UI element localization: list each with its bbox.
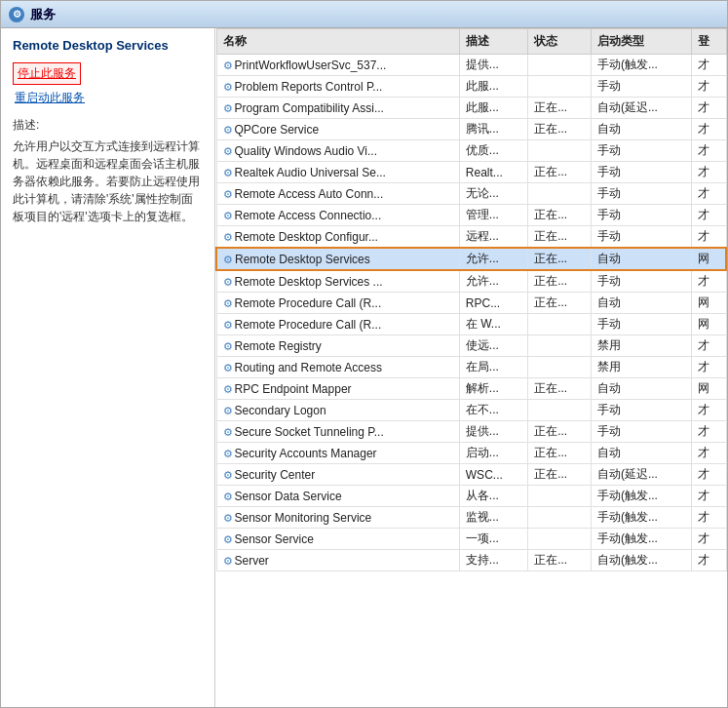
table-row[interactable]: ⚙QPCore Service腾讯...正在...自动才 (216, 119, 726, 140)
table-row[interactable]: ⚙Secondary Logon在不...手动才 (216, 400, 726, 421)
service-desc-cell: 此服... (459, 98, 527, 119)
gear-icon: ⚙ (223, 555, 233, 568)
service-startup-cell: 手动 (591, 162, 691, 183)
service-login-cell: 才 (692, 205, 726, 226)
service-name-cell: ⚙Routing and Remote Access (216, 357, 459, 378)
service-status-cell: 正在... (528, 464, 592, 486)
gear-icon: ⚙ (223, 448, 233, 460)
table-row[interactable]: ⚙Program Compatibility Assi...此服...正在...… (216, 98, 726, 119)
service-name-cell: ⚙RPC Endpoint Mapper (216, 378, 459, 400)
service-login-cell: 才 (692, 464, 726, 486)
service-login-cell: 网 (692, 314, 726, 335)
gear-icon: ⚙ (223, 276, 233, 289)
service-startup-cell: 自动 (591, 293, 691, 314)
table-row[interactable]: ⚙Server支持...正在...自动(触发...才 (216, 550, 726, 571)
service-startup-cell: 自动 (591, 443, 691, 464)
service-name-cell: ⚙Security Accounts Manager (216, 443, 459, 464)
restart-service-link[interactable]: 重启动此服务 (13, 89, 203, 107)
table-row[interactable]: ⚙Secure Socket Tunneling P...提供...正在...手… (216, 421, 726, 443)
service-startup-cell: 自动 (591, 248, 691, 270)
service-login-cell: 才 (692, 270, 726, 293)
selected-service-name: Remote Desktop Services (13, 38, 203, 53)
service-status-cell (528, 55, 592, 76)
service-desc-cell: 此服... (459, 76, 527, 98)
table-row[interactable]: ⚙Remote Desktop Services允许...正在...自动网 (216, 248, 726, 270)
service-desc-cell: 一项... (459, 529, 527, 550)
service-startup-cell: 自动(延迟... (591, 98, 691, 119)
service-login-cell: 才 (692, 550, 726, 571)
table-row[interactable]: ⚙Remote Access Connectio...管理...正在...手动才 (216, 205, 726, 226)
service-startup-cell: 手动(触发... (591, 529, 691, 550)
service-startup-cell: 手动(触发... (591, 486, 691, 507)
gear-icon: ⚙ (223, 124, 233, 137)
service-name-cell: ⚙Quality Windows Audio Vi... (216, 140, 459, 162)
service-status-cell: 正在... (528, 270, 592, 293)
table-row[interactable]: ⚙Security Accounts Manager启动...正在...自动才 (216, 443, 726, 464)
service-startup-cell: 手动 (591, 76, 691, 98)
gear-icon: ⚙ (223, 383, 233, 396)
service-login-cell: 才 (692, 357, 726, 378)
table-row[interactable]: ⚙PrintWorkflowUserSvc_537...提供...手动(触发..… (216, 55, 726, 76)
service-login-cell: 才 (692, 226, 726, 249)
table-row[interactable]: ⚙Remote Desktop Configur...远程...正在...手动才 (216, 226, 726, 249)
table-row[interactable]: ⚙Problem Reports Control P...此服...手动才 (216, 76, 726, 98)
col-desc[interactable]: 描述 (459, 29, 527, 55)
table-row[interactable]: ⚙Remote Registry使远...禁用才 (216, 335, 726, 357)
service-desc-cell: 腾讯... (459, 119, 527, 140)
col-login[interactable]: 登 (692, 29, 726, 55)
table-row[interactable]: ⚙Routing and Remote Access在局...禁用才 (216, 357, 726, 378)
service-name-cell: ⚙PrintWorkflowUserSvc_537... (216, 55, 459, 76)
table-row[interactable]: ⚙Sensor Data Service从各...手动(触发...才 (216, 486, 726, 507)
gear-icon: ⚙ (223, 167, 233, 179)
service-status-cell: 正在... (528, 550, 592, 571)
stop-service-link[interactable]: 停止此服务 (13, 62, 81, 85)
table-row[interactable]: ⚙Sensor Service一项...手动(触发...才 (216, 529, 726, 550)
table-row[interactable]: ⚙Sensor Monitoring Service监视...手动(触发...才 (216, 507, 726, 529)
gear-icon: ⚙ (223, 533, 233, 546)
col-status[interactable]: 状态 (528, 29, 592, 55)
service-login-cell: 才 (692, 486, 726, 507)
service-startup-cell: 手动 (591, 421, 691, 443)
service-startup-cell: 手动 (591, 400, 691, 421)
service-desc-cell: 从各... (459, 486, 527, 507)
service-startup-cell: 手动 (591, 270, 691, 293)
service-login-cell: 才 (692, 183, 726, 205)
gear-icon: ⚙ (223, 188, 233, 201)
gear-icon: ⚙ (223, 469, 233, 482)
table-row[interactable]: ⚙RPC Endpoint Mapper解析...正在...自动网 (216, 378, 726, 400)
service-login-cell: 才 (692, 162, 726, 183)
col-startup[interactable]: 启动类型 (591, 29, 691, 55)
table-row[interactable]: ⚙Remote Desktop Services ...允许...正在...手动… (216, 270, 726, 293)
service-status-cell: 正在... (528, 98, 592, 119)
table-row[interactable]: ⚙Quality Windows Audio Vi...优质...手动才 (216, 140, 726, 162)
col-name[interactable]: 名称 (216, 29, 459, 55)
service-desc-cell: 提供... (459, 421, 527, 443)
service-desc-cell: 在局... (459, 357, 527, 378)
service-login-cell: 才 (692, 400, 726, 421)
service-desc-cell: 管理... (459, 205, 527, 226)
title-bar: ⚙ 服务 (1, 1, 727, 28)
left-panel: Remote Desktop Services 停止此服务 重启动此服务 描述:… (1, 28, 215, 707)
service-name-cell: ⚙Remote Procedure Call (R... (216, 314, 459, 335)
service-status-cell: 正在... (528, 443, 592, 464)
service-desc-cell: 无论... (459, 183, 527, 205)
service-name-cell: ⚙Realtek Audio Universal Se... (216, 162, 459, 183)
service-startup-cell: 手动 (591, 314, 691, 335)
service-status-cell: 正在... (528, 119, 592, 140)
service-status-cell: 正在... (528, 421, 592, 443)
service-name-cell: ⚙Program Compatibility Assi... (216, 98, 459, 119)
table-row[interactable]: ⚙Remote Procedure Call (R...RPC...正在...自… (216, 293, 726, 314)
services-table: 名称 描述 状态 启动类型 登 ⚙PrintWorkflowUserSvc_53… (215, 28, 727, 571)
service-startup-cell: 自动 (591, 119, 691, 140)
service-startup-cell: 禁用 (591, 357, 691, 378)
service-desc-cell: 监视... (459, 507, 527, 529)
service-name-cell: ⚙Remote Desktop Services (216, 248, 459, 270)
table-row[interactable]: ⚙Remote Procedure Call (R...在 W...手动网 (216, 314, 726, 335)
service-desc-cell: 启动... (459, 443, 527, 464)
table-row[interactable]: ⚙Security CenterWSC...正在...自动(延迟...才 (216, 464, 726, 486)
table-row[interactable]: ⚙Realtek Audio Universal Se...Realt...正在… (216, 162, 726, 183)
table-row[interactable]: ⚙Remote Access Auto Conn...无论...手动才 (216, 183, 726, 205)
service-desc-cell: Realt... (459, 162, 527, 183)
service-name-cell: ⚙QPCore Service (216, 119, 459, 140)
service-login-cell: 才 (692, 529, 726, 550)
